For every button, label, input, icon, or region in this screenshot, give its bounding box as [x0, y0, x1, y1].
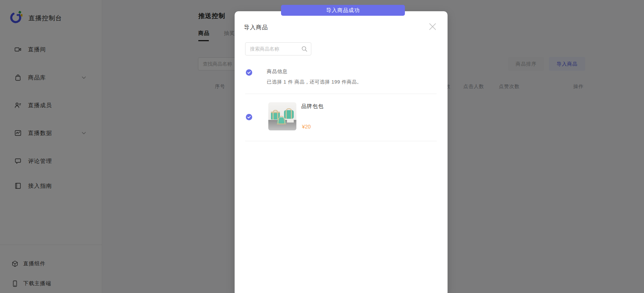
product-price: ¥20	[302, 124, 311, 130]
divider	[245, 94, 437, 94]
divider	[245, 141, 437, 141]
modal-title: 导入商品	[244, 24, 268, 31]
modal-search	[245, 42, 311, 55]
product-image-teal-handbags	[268, 102, 296, 130]
product-name: 品牌包包	[301, 103, 324, 110]
search-icon[interactable]	[301, 46, 308, 52]
select-all-checkbox[interactable]	[246, 69, 252, 76]
success-toast: 导入商品成功	[281, 5, 405, 16]
import-products-modal: 导入商品 商品信息 已选择 1 件 商品，还可选择 199 件商品。	[235, 11, 448, 293]
app-window: 直播控制台 直播间 商品库	[0, 0, 644, 293]
product-checkbox[interactable]	[246, 114, 252, 120]
close-icon[interactable]	[428, 22, 437, 31]
section-title: 商品信息	[267, 68, 288, 75]
selection-summary: 已选择 1 件 商品，还可选择 199 件商品。	[267, 79, 362, 85]
